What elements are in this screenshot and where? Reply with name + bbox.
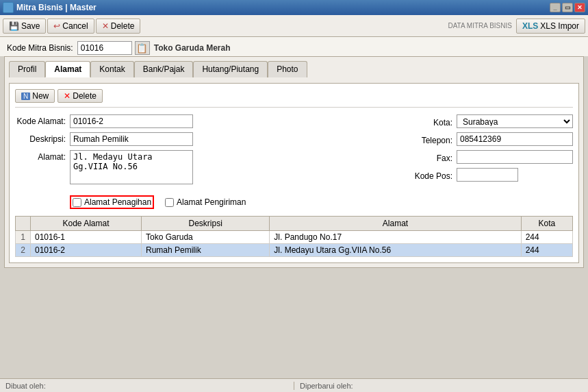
fax-label: Fax: — [409, 151, 457, 163]
new-address-button[interactable]: N New — [15, 89, 55, 103]
table-row[interactable]: 2 01016-2 Rumah Pemilik Jl. Medayu Utara… — [16, 244, 573, 257]
alamat-penagihan-label: Alamat Penagihan — [84, 197, 151, 207]
deskripsi-input[interactable] — [70, 132, 193, 146]
dibuat-label: Dibuat oleh: — [5, 382, 46, 390]
col-kota: Kota — [521, 217, 572, 231]
window-controls[interactable]: _ ▭ ✕ — [550, 3, 585, 12]
kode-pos-row: Kode Pos: — [409, 168, 573, 182]
col-deskripsi: Deskripsi — [142, 217, 270, 231]
fax-input[interactable] — [457, 150, 573, 164]
xls-icon: XLS — [522, 21, 538, 31]
row-deskripsi: Rumah Pemilik — [142, 244, 270, 257]
row-kota: 244 — [521, 244, 572, 257]
kode-mitra-label: Kode Mitra Bisnis: — [7, 43, 73, 53]
alamat-penagihan-wrapper: Alamat Penagihan — [70, 195, 154, 209]
main-toolbar: 💾 Save ↩ Cancel ✕ Delete DATA MITRA BISN… — [0, 15, 588, 37]
row-alamat: Jl. Medayu Utara Gg.VIIA No.56 — [270, 244, 521, 257]
cancel-icon: ↩ — [53, 21, 60, 31]
status-diperbarui: Diperbarui oleh: — [294, 382, 588, 390]
kode-mitra-area: Kode Mitra Bisnis: 📋 Toko Garuda Merah — [0, 37, 588, 56]
row-deskripsi: Toko Garuda — [142, 231, 270, 244]
col-alamat: Alamat — [270, 217, 521, 231]
form-right: Kota: Surabaya Telepon: Fax: Kod — [409, 114, 573, 188]
tab-photo[interactable]: Photo — [268, 61, 307, 77]
restore-button[interactable]: ▭ — [562, 3, 573, 12]
row-alamat: Jl. Pandugo No.17 — [270, 231, 521, 244]
row-kota: 244 — [521, 231, 572, 244]
xls-import-button[interactable]: XLS XLS Impor — [516, 19, 585, 34]
kode-alamat-row: Kode Alamat: — [15, 114, 395, 128]
kode-alamat-label: Kode Alamat: — [15, 114, 70, 126]
company-name: Toko Garuda Merah — [154, 43, 231, 53]
row-kode: 01016-1 — [31, 231, 142, 244]
tab-bar: Profil Alamat Kontak Bank/Pajak Hutang/P… — [9, 61, 579, 77]
window-title: Mitra Bisnis | Master — [16, 3, 97, 12]
row-num: 2 — [16, 244, 31, 257]
tab-alamat[interactable]: Alamat — [45, 61, 90, 77]
alamat-pengiriman-label: Alamat Pengiriman — [177, 197, 246, 207]
sub-toolbar: N New ✕ Delete — [15, 89, 573, 108]
new-icon: N — [21, 93, 30, 100]
app-icon — [3, 2, 14, 13]
title-bar: Mitra Bisnis | Master _ ▭ ✕ — [0, 0, 588, 15]
tab-content-alamat: N New ✕ Delete Kode Alamat: Deskripsi: — [9, 83, 579, 263]
floppy-icon: 💾 — [9, 21, 19, 31]
address-table: Kode Alamat Deskripsi Alamat Kota 1 0101… — [15, 216, 573, 257]
cancel-button[interactable]: ↩ Cancel — [47, 19, 94, 34]
tab-hutang-piutang[interactable]: Hutang/Piutang — [193, 61, 268, 77]
table-row[interactable]: 1 01016-1 Toko Garuda Jl. Pandugo No.17 … — [16, 231, 573, 244]
form-left: Kode Alamat: Deskripsi: Alamat: Jl. Meda… — [15, 114, 395, 188]
alamat-pengiriman-checkbox[interactable] — [165, 198, 174, 207]
kota-label: Kota: — [409, 116, 457, 127]
deskripsi-label: Deskripsi: — [15, 132, 70, 144]
deskripsi-row: Deskripsi: — [15, 132, 395, 146]
kode-mitra-browse-button[interactable]: 📋 — [135, 41, 150, 55]
status-dibuat: Dibuat oleh: — [0, 382, 294, 390]
status-bar: Dibuat oleh: Diperbarui oleh: — [0, 378, 588, 392]
delete-address-button[interactable]: ✕ Delete — [57, 89, 103, 103]
close-button[interactable]: ✕ — [574, 3, 585, 12]
col-num — [16, 217, 31, 231]
col-kode-alamat: Kode Alamat — [31, 217, 142, 231]
address-form: Kode Alamat: Deskripsi: Alamat: Jl. Meda… — [15, 114, 573, 188]
kota-row: Kota: Surabaya — [409, 114, 573, 128]
telepon-label: Telepon: — [409, 134, 457, 145]
save-button[interactable]: 💾 Save — [3, 19, 46, 34]
kota-select[interactable]: Surabaya — [457, 114, 573, 128]
tab-kontak[interactable]: Kontak — [90, 61, 133, 77]
tab-profil[interactable]: Profil — [9, 61, 45, 77]
delete-addr-icon: ✕ — [64, 91, 71, 101]
diperbarui-label: Diperbarui oleh: — [300, 382, 353, 390]
telepon-input[interactable] — [457, 132, 573, 146]
fax-row: Fax: — [409, 150, 573, 164]
tab-bank-pajak[interactable]: Bank/Pajak — [134, 61, 194, 77]
alamat-input[interactable]: Jl. Medayu Utara Gg.VIIA No.56 — [70, 150, 193, 184]
row-num: 1 — [16, 231, 31, 244]
delete-icon: ✕ — [102, 21, 109, 31]
alamat-pengiriman-item: Alamat Pengiriman — [165, 197, 246, 207]
alamat-penagihan-checkbox[interactable] — [73, 198, 81, 207]
kode-alamat-input[interactable] — [70, 114, 193, 128]
main-content: Profil Alamat Kontak Bank/Pajak Hutang/P… — [4, 56, 584, 268]
section-title: DATA MITRA BISNIS — [448, 22, 512, 29]
alamat-label: Alamat: — [15, 150, 70, 162]
row-kode: 01016-2 — [31, 244, 142, 257]
delete-button[interactable]: ✕ Delete — [96, 19, 141, 34]
kode-pos-label: Kode Pos: — [409, 169, 457, 181]
minimize-button[interactable]: _ — [550, 3, 561, 12]
kode-mitra-input[interactable] — [77, 41, 132, 55]
telepon-row: Telepon: — [409, 132, 573, 146]
alamat-row: Alamat: Jl. Medayu Utara Gg.VIIA No.56 — [15, 150, 395, 184]
kode-pos-input[interactable] — [457, 168, 518, 182]
checkbox-area: Alamat Penagihan Alamat Pengiriman — [70, 195, 573, 209]
browse-icon: 📋 — [136, 43, 148, 53]
